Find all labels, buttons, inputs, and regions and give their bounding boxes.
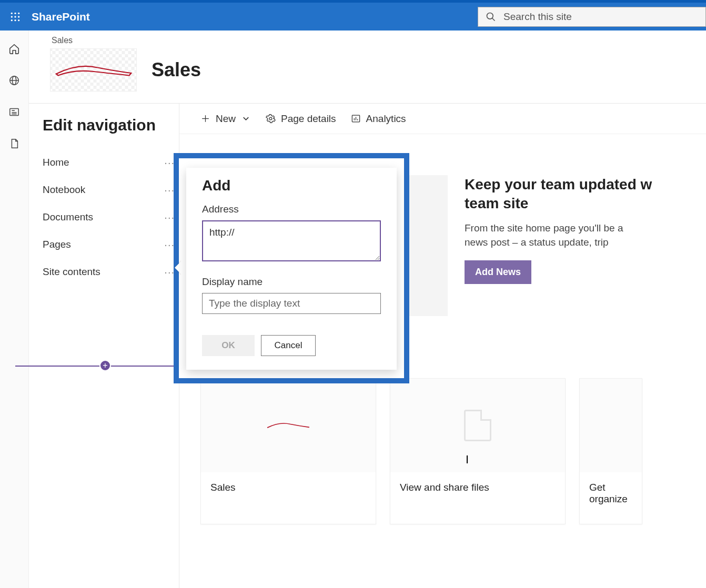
display-name-input[interactable] xyxy=(202,293,381,314)
site-title: Sales xyxy=(152,59,201,81)
quick-links-row: Sales View and share files Get organize xyxy=(200,378,706,524)
site-header: Sales Sales xyxy=(29,31,706,104)
add-link-button[interactable]: + xyxy=(99,360,111,371)
app-rail xyxy=(0,31,29,588)
svg-point-4 xyxy=(14,16,16,17)
svg-point-1 xyxy=(14,12,16,14)
page-details-label: Page details xyxy=(281,113,336,125)
svg-point-9 xyxy=(487,13,493,19)
cancel-button[interactable]: Cancel xyxy=(261,335,316,356)
gear-icon xyxy=(266,114,276,124)
nav-item-notebook[interactable]: Notebook··· xyxy=(43,176,179,204)
add-link-dialog-highlight: Add Address Display name OK Cancel I xyxy=(174,153,409,383)
svg-rect-14 xyxy=(10,109,19,116)
quick-link-card[interactable]: View and share files xyxy=(390,378,566,524)
quick-link-title: View and share files xyxy=(390,472,565,512)
svg-point-5 xyxy=(18,16,19,17)
svg-line-10 xyxy=(492,18,495,21)
nav-item-label: Notebook xyxy=(43,184,85,196)
nav-item-pages[interactable]: Pages··· xyxy=(43,231,179,258)
app-launcher-icon[interactable] xyxy=(0,3,31,31)
analytics-label: Analytics xyxy=(366,113,406,125)
add-link-insertion-line: + xyxy=(15,366,179,367)
suite-bar: SharePoint xyxy=(0,0,706,31)
nav-item-label: Pages xyxy=(43,239,71,250)
nav-item-documents[interactable]: Documents··· xyxy=(43,204,179,231)
ok-button[interactable]: OK xyxy=(202,335,255,356)
search-box[interactable] xyxy=(478,7,706,27)
new-button[interactable]: New xyxy=(200,113,251,125)
quick-link-thumb xyxy=(201,379,376,472)
search-icon xyxy=(486,12,496,22)
site-logo[interactable] xyxy=(50,48,137,92)
news-body: From the site home page you'll be a news… xyxy=(465,221,628,250)
svg-point-8 xyxy=(18,19,19,21)
new-label: New xyxy=(216,113,236,125)
quick-link-title: Sales xyxy=(201,472,376,512)
news-title: Keep your team updated wteam site xyxy=(465,175,652,214)
add-link-dialog: Add Address Display name OK Cancel xyxy=(186,168,397,370)
svg-point-2 xyxy=(18,12,19,14)
search-input[interactable] xyxy=(503,11,698,23)
svg-point-7 xyxy=(14,19,16,21)
nav-item-site-contents[interactable]: Site contents··· xyxy=(43,258,179,286)
quick-link-thumb xyxy=(390,379,565,472)
nav-item-home[interactable]: Home··· xyxy=(43,149,179,176)
add-news-button[interactable]: Add News xyxy=(465,260,531,284)
news-icon[interactable] xyxy=(8,106,20,118)
edit-navigation-heading: Edit navigation xyxy=(43,116,179,134)
display-name-label: Display name xyxy=(202,276,384,288)
page-details-button[interactable]: Page details xyxy=(266,113,336,125)
svg-point-20 xyxy=(269,117,272,120)
quick-link-title: Get organize xyxy=(580,472,642,524)
svg-point-3 xyxy=(11,16,13,17)
file-icon[interactable] xyxy=(8,138,20,149)
svg-point-6 xyxy=(11,19,13,21)
chart-icon xyxy=(351,114,361,124)
document-icon xyxy=(464,410,491,441)
brand-label[interactable]: SharePoint xyxy=(32,11,90,23)
command-bar: New Page details Analytics xyxy=(179,104,706,134)
address-input[interactable] xyxy=(202,220,381,261)
quick-link-card[interactable]: Get organize xyxy=(579,378,642,524)
analytics-button[interactable]: Analytics xyxy=(351,113,406,125)
dialog-title: Add xyxy=(202,177,384,194)
nav-item-label: Documents xyxy=(43,211,93,223)
home-icon[interactable] xyxy=(8,43,20,55)
chevron-down-icon xyxy=(241,114,251,124)
plus-icon xyxy=(200,114,210,124)
svg-point-0 xyxy=(11,12,13,14)
quick-link-thumb xyxy=(580,379,642,472)
breadcrumb[interactable]: Sales xyxy=(52,36,706,45)
edit-navigation-panel: Edit navigation Home··· Notebook··· Docu… xyxy=(29,104,179,588)
nav-item-label: Home xyxy=(43,157,69,168)
address-label: Address xyxy=(202,204,384,215)
quick-link-card[interactable]: Sales xyxy=(200,378,376,524)
nav-item-label: Site contents xyxy=(43,266,100,278)
globe-icon[interactable] xyxy=(8,75,20,86)
